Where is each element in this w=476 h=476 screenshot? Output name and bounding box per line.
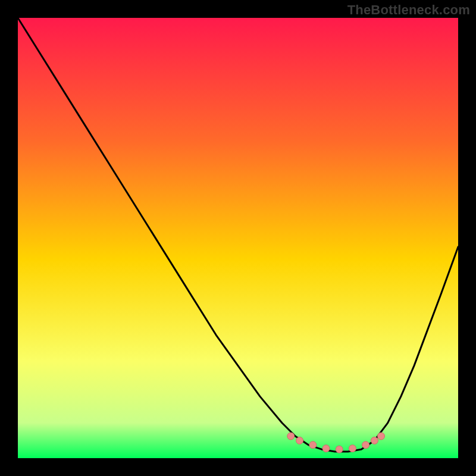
curve-marker (287, 433, 295, 440)
curve-marker (336, 446, 343, 453)
plot-background (18, 18, 458, 458)
curve-marker (362, 441, 369, 449)
bottleneck-chart (0, 0, 476, 476)
chart-frame: { "watermark": "TheBottleneck.com", "col… (0, 0, 476, 476)
curve-marker (309, 441, 317, 449)
curve-marker (378, 433, 385, 440)
curve-marker (371, 437, 378, 444)
curve-marker (296, 437, 303, 444)
watermark-text: TheBottleneck.com (347, 2, 470, 18)
curve-marker (322, 445, 330, 452)
curve-marker (349, 445, 356, 452)
